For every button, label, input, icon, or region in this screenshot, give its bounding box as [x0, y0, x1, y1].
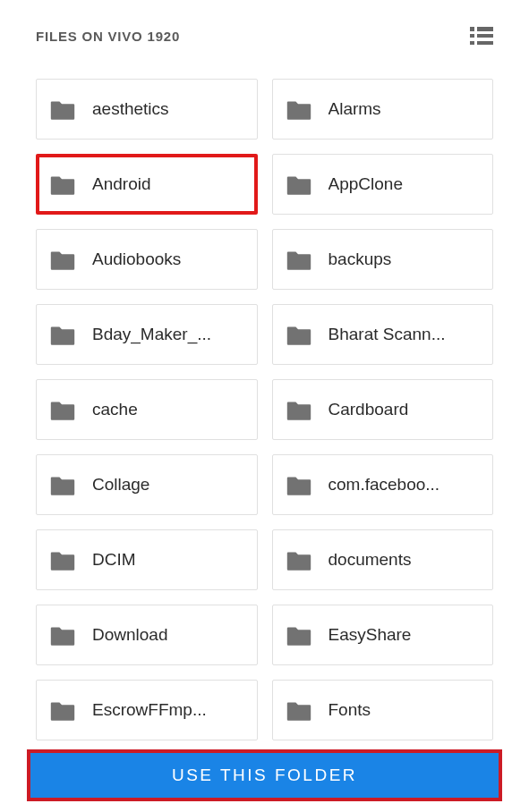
folder-icon [286, 475, 312, 496]
folder-item[interactable]: Fonts [272, 680, 494, 740]
folder-icon [286, 700, 312, 722]
folder-item[interactable]: cache [36, 379, 258, 440]
folder-label: aesthetics [92, 99, 169, 119]
folder-item[interactable]: EasyShare [272, 605, 494, 665]
header: FILES ON VIVO 1920 [0, 0, 529, 55]
folder-icon [49, 325, 76, 346]
page-title: FILES ON VIVO 1920 [36, 29, 180, 44]
folder-icon [286, 250, 312, 271]
folder-label: EasyShare [328, 625, 412, 645]
folder-icon [49, 475, 76, 496]
use-this-folder-button[interactable]: USE THIS FOLDER [30, 753, 499, 798]
folder-label: backups [328, 250, 392, 269]
folder-icon [286, 325, 312, 346]
folder-item[interactable]: aesthetics [36, 79, 258, 140]
folder-item[interactable]: backups [272, 229, 494, 290]
folder-item[interactable]: Cardboard [272, 379, 494, 440]
folder-icon [286, 400, 312, 421]
folder-icon [49, 174, 76, 196]
folder-label: Fonts [328, 700, 371, 720]
use-this-folder-wrap: USE THIS FOLDER [27, 749, 502, 801]
folder-item[interactable]: Alarms [272, 79, 494, 140]
folder-label: Android [92, 174, 151, 194]
folder-item[interactable]: Audiobooks [36, 229, 258, 290]
folder-icon [49, 625, 76, 647]
folder-icon [286, 550, 312, 571]
list-view-toggle-icon[interactable] [470, 27, 493, 45]
folder-icon [49, 550, 76, 571]
folder-icon [49, 99, 76, 121]
folder-label: Bharat Scann... [328, 325, 446, 344]
folder-label: com.faceboo... [328, 475, 440, 495]
folder-icon [286, 625, 312, 647]
folder-item[interactable]: Bharat Scann... [272, 304, 494, 365]
folder-item[interactable]: DCIM [36, 529, 258, 590]
folder-icon [49, 250, 76, 271]
folder-item[interactable]: documents [272, 529, 494, 590]
folder-item[interactable]: Android [36, 154, 258, 215]
folder-label: Cardboard [328, 400, 409, 419]
folder-label: Collage [92, 475, 149, 495]
folder-label: Audiobooks [92, 250, 181, 269]
folder-icon [49, 400, 76, 421]
folder-label: DCIM [92, 550, 136, 570]
folder-label: Alarms [328, 99, 381, 119]
folder-label: Download [92, 625, 168, 645]
folder-item[interactable]: EscrowFFmp... [36, 680, 258, 740]
folder-item[interactable]: AppClone [272, 154, 494, 215]
folder-grid: aestheticsAlarmsAndroidAppCloneAudiobook… [0, 55, 529, 758]
folder-item[interactable]: Collage [36, 454, 258, 515]
folder-label: documents [328, 550, 412, 570]
folder-label: EscrowFFmp... [92, 700, 207, 720]
folder-label: AppClone [328, 174, 403, 194]
folder-icon [49, 700, 76, 722]
folder-item[interactable]: Bday_Maker_... [36, 304, 258, 365]
folder-icon [286, 174, 312, 196]
folder-item[interactable]: Download [36, 605, 258, 665]
folder-label: cache [92, 400, 138, 419]
folder-item[interactable]: com.faceboo... [272, 454, 494, 515]
folder-icon [286, 99, 312, 121]
folder-label: Bday_Maker_... [92, 325, 211, 344]
